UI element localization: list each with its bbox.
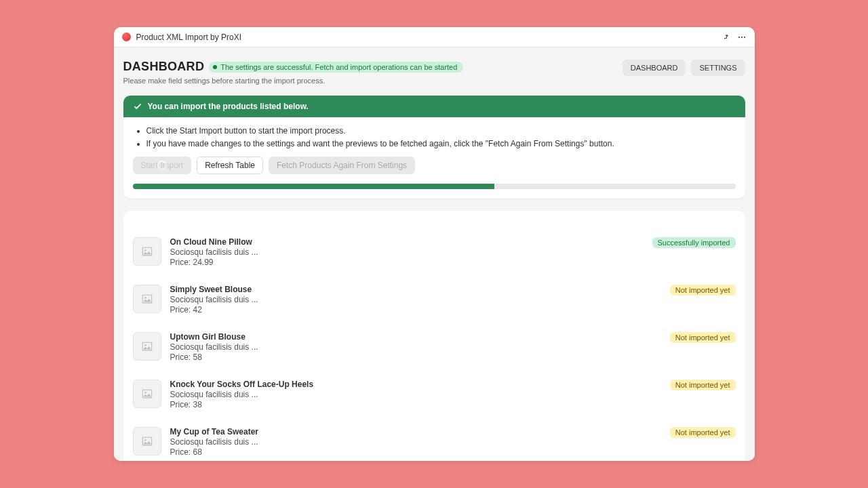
tab-buttons: DASHBOARD SETTINGS [623, 60, 745, 76]
status-badge: Not imported yet [670, 332, 736, 343]
status-text: The settings are successful. Fetch and i… [220, 63, 457, 71]
product-text: Uptown Girl BlouseSociosqu facilisis dui… [170, 332, 661, 362]
tab-dashboard[interactable]: DASHBOARD [623, 60, 686, 76]
product-text: My Cup of Tea SweaterSociosqu facilisis … [170, 427, 661, 457]
tab-settings[interactable]: SETTINGS [691, 60, 745, 76]
success-banner: You can import the products listed below… [123, 96, 745, 117]
svg-point-0 [738, 36, 739, 37]
svg-point-5 [144, 344, 146, 346]
progress-fill [133, 184, 494, 189]
page-title: DASHBOARD [123, 60, 205, 74]
app-window: Product XML Import by ProXI DASHBOARD Th… [114, 27, 755, 461]
app-icon [122, 33, 131, 41]
product-description: Sociosqu facilisis duis ... [170, 390, 661, 399]
image-placeholder-icon [133, 427, 161, 455]
progress-bar [133, 184, 736, 189]
product-price: Price: 58 [170, 352, 661, 362]
status-badge: Not imported yet [670, 427, 736, 438]
product-price: Price: 68 [170, 447, 661, 457]
product-text: On Cloud Nine PillowSociosqu facilisis d… [170, 237, 644, 267]
image-placeholder-icon [133, 332, 161, 361]
product-row: My Cup of Tea SweaterSociosqu facilisis … [133, 418, 736, 461]
product-price: Price: 42 [170, 305, 661, 314]
svg-point-2 [743, 36, 745, 37]
titlebar: Product XML Import by ProXI [114, 27, 755, 47]
image-placeholder-icon [133, 380, 161, 408]
status-badge: Not imported yet [670, 380, 736, 390]
product-title: Knock Your Socks Off Lace-Up Heels [170, 380, 661, 389]
svg-point-4 [144, 297, 146, 299]
pin-icon[interactable] [722, 33, 730, 41]
product-title: Uptown Girl Blouse [170, 332, 661, 342]
image-placeholder-icon [133, 285, 161, 313]
more-icon[interactable] [737, 33, 747, 42]
product-description: Sociosqu facilisis duis ... [170, 247, 644, 257]
instruction-item: If you have made changes to the settings… [146, 138, 736, 150]
product-row: Simply Sweet BlouseSociosqu facilisis du… [133, 276, 736, 323]
product-row: Knock Your Socks Off Lace-Up HeelsSocios… [133, 371, 736, 418]
product-title: My Cup of Tea Sweater [170, 427, 661, 436]
product-description: Sociosqu facilisis duis ... [170, 437, 661, 447]
product-price: Price: 38 [170, 400, 661, 409]
image-placeholder-icon [133, 237, 161, 266]
action-buttons: Start Import Refresh Table Fetch Product… [133, 157, 736, 174]
product-title: On Cloud Nine Pillow [170, 237, 644, 247]
instruction-item: Click the Start Import button to start t… [146, 125, 736, 137]
import-card: You can import the products listed below… [123, 96, 745, 199]
page-header: DASHBOARD The settings are successful. F… [123, 60, 745, 85]
svg-point-7 [144, 439, 146, 441]
check-icon [133, 102, 142, 111]
product-text: Simply Sweet BlouseSociosqu facilisis du… [170, 285, 661, 314]
spinner-icon [157, 161, 167, 170]
status-badge: Not imported yet [670, 285, 736, 296]
page-subtitle: Please make field settings before starti… [123, 77, 464, 85]
scroll-area[interactable]: DASHBOARD The settings are successful. F… [114, 47, 755, 461]
svg-point-6 [144, 392, 146, 394]
product-description: Sociosqu facilisis duis ... [170, 342, 661, 352]
app-title: Product XML Import by ProXI [136, 33, 242, 42]
product-description: Sociosqu facilisis duis ... [170, 295, 661, 304]
instructions-list: Click the Start Import button to start t… [133, 125, 736, 150]
banner-text: You can import the products listed below… [148, 102, 309, 111]
svg-point-3 [144, 249, 146, 251]
fetch-again-button[interactable]: Fetch Products Again From Settings [269, 157, 415, 174]
status-badge: Successfully imported [652, 237, 736, 248]
refresh-table-button[interactable]: Refresh Table [197, 157, 263, 174]
product-title: Simply Sweet Blouse [170, 285, 661, 294]
status-pill: The settings are successful. Fetch and i… [209, 62, 463, 73]
status-dot-icon [213, 65, 217, 69]
product-row: On Cloud Nine PillowSociosqu facilisis d… [133, 228, 736, 276]
product-row: Uptown Girl BlouseSociosqu facilisis dui… [133, 323, 736, 371]
product-text: Knock Your Socks Off Lace-Up HeelsSocios… [170, 380, 661, 409]
svg-point-1 [741, 36, 742, 37]
product-list: On Cloud Nine PillowSociosqu facilisis d… [123, 211, 745, 461]
start-import-button[interactable]: Start Import [133, 157, 192, 174]
product-price: Price: 24.99 [170, 258, 644, 267]
